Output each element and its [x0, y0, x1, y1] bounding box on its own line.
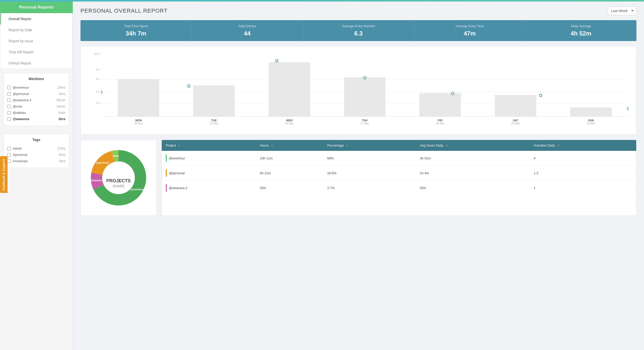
- y-label-8h: 8 h: [96, 68, 100, 71]
- mention-name-0: @everhour: [13, 86, 55, 89]
- bars-and-line: [101, 54, 629, 117]
- tag-time-2: 5hrs: [59, 159, 65, 163]
- day-date-5: 29 Mar: [478, 122, 553, 125]
- mention-checkbox-3[interactable]: [7, 105, 11, 108]
- mention-row-1: @personal 6hrs: [7, 91, 65, 97]
- project-name-0: @everhour: [169, 156, 185, 160]
- bar-column-3: [327, 54, 403, 117]
- tag-name-2: #mockups: [13, 159, 57, 163]
- day-name-5: SAT: [478, 119, 553, 122]
- sidebar-item-overall-report[interactable]: Overall Report: [0, 13, 72, 24]
- sidebar-section-header: Personal Reports: [0, 2, 73, 13]
- donut-title-svg: PROJECTS: [106, 178, 131, 183]
- mention-time-2: 55min: [57, 98, 65, 102]
- stat-value-4: 4h 52m: [528, 30, 634, 37]
- mention-row-0: @everhour 23hrs: [7, 84, 65, 91]
- donut-chart-svg: @everhour@weavora@personalother PROJECTS…: [86, 145, 151, 211]
- tag-checkbox-0[interactable]: [7, 147, 11, 150]
- mention-checkbox-4[interactable]: [7, 111, 11, 115]
- sidebar-item-github-report[interactable]: GitHub Report: [0, 58, 72, 69]
- table-row-1: @personal 6h 21m 18.6% 1h 4m 1.3: [162, 166, 636, 181]
- tag-time-0: 27hrs: [57, 147, 65, 150]
- td-act-2: 1: [530, 181, 636, 195]
- sort-icon-pct: ⇕: [346, 144, 348, 147]
- period-selector[interactable]: Last Week This Week This Month Last Mont…: [608, 7, 636, 15]
- y-label-6h: 6 h: [96, 78, 100, 81]
- table-body: @everhour 23h 11m 68% 3h 52m 4 @personal…: [162, 151, 636, 195]
- stat-item-0: Total Time Spent34h 7m: [80, 20, 192, 41]
- stat-label-4: Daily Average: [528, 24, 634, 28]
- td-avg-0: 3h 52m: [416, 151, 530, 166]
- mention-checkbox-1[interactable]: [7, 92, 11, 96]
- x-axis: MON24 MarTUE25 MarWED26 MarTHU27 MarFRI2…: [101, 117, 629, 129]
- day-date-1: 25 Mar: [176, 122, 252, 125]
- tag-checkbox-1[interactable]: [7, 153, 11, 157]
- project-cell-0: @everhour: [166, 154, 252, 162]
- sidebar-nav: Overall Report Report by Date Report by …: [0, 13, 73, 69]
- feedback-button[interactable]: Feedback & Support: [0, 156, 8, 194]
- mention-time-4: 5min: [58, 111, 65, 115]
- mention-time-3: 34min: [57, 104, 65, 108]
- tags-list: #work 27hrs #personal 6hrs #mockups 5hrs: [7, 145, 65, 164]
- mention-checkbox-0[interactable]: [7, 86, 11, 89]
- donut-label-0: @everhour: [131, 188, 144, 191]
- donut-label-1: @weavora: [90, 179, 103, 182]
- th-percentage[interactable]: Percentage ⇕: [323, 140, 416, 151]
- stat-item-1: Total Entries44: [192, 20, 303, 41]
- x-label-2: WED26 Mar: [252, 119, 327, 125]
- day-date-6: 30 Mar: [553, 122, 629, 125]
- x-label-3: THU27 Mar: [327, 119, 403, 125]
- x-label-6: SUN30 Mar: [553, 119, 629, 125]
- tags-box: Tags #work 27hrs #personal 6hrs #mockups…: [4, 134, 69, 168]
- stat-label-0: Total Time Spent: [83, 24, 189, 28]
- mention-name-3: @cola: [13, 104, 55, 108]
- y-axis: 10 h 8 h 6 h 4 h 2 h: [88, 54, 101, 117]
- project-dot-0: [166, 154, 167, 162]
- sidebar-item-report-by-date[interactable]: Report by Date: [0, 24, 72, 36]
- project-dot-2: [166, 184, 167, 192]
- stats-bar: Total Time Spent34h 7mTotal Entries44Ave…: [80, 20, 636, 41]
- mention-time-0: 23hrs: [57, 86, 65, 89]
- table-header-row: Project ⇕ Hours ⇕ Percentage ⇕ Avg Hours…: [162, 140, 636, 151]
- project-cell-2: @weavora-2: [166, 184, 252, 192]
- day-name-2: WED: [252, 119, 327, 122]
- main-content: PERSONAL OVERALL REPORT Last Week This W…: [73, 2, 644, 350]
- x-label-4: FRI28 Mar: [403, 119, 478, 125]
- stat-label-3: Average Entry Time: [417, 24, 523, 28]
- td-project-1: @personal: [162, 166, 256, 181]
- td-project-2: @weavora-2: [162, 181, 256, 195]
- sort-icon-avg: ⇕: [446, 144, 448, 147]
- sort-icon-hours: ⇕: [271, 144, 273, 147]
- stat-item-4: Daily Average4h 52m: [526, 20, 636, 41]
- mentions-box: Mentions @everhour 23hrs @personal 6hrs …: [4, 73, 69, 126]
- bar-column-2: [252, 54, 327, 117]
- th-activities[interactable]: Activities Daily ⇕: [530, 140, 636, 151]
- bar-1: [193, 85, 235, 117]
- bottom-section: @everhour@weavora@personalother PROJECTS…: [80, 140, 636, 216]
- td-pct-0: 68%: [323, 151, 416, 166]
- th-avg-hours[interactable]: Avg Hours Daily ⇕: [416, 140, 530, 151]
- bar-3: [344, 77, 386, 117]
- th-project[interactable]: Project ⇕: [162, 140, 256, 151]
- feedback-label[interactable]: Feedback & Support: [0, 156, 8, 193]
- sidebar-item-report-by-issue[interactable]: Report by Issue: [0, 36, 72, 47]
- tag-time-1: 6hrs: [59, 153, 65, 157]
- project-name-1: @personal: [169, 171, 185, 175]
- day-name-3: THU: [327, 119, 403, 122]
- table-area: Project ⇕ Hours ⇕ Percentage ⇕ Avg Hours…: [162, 140, 636, 216]
- mention-time-1: 6hrs: [59, 92, 65, 96]
- y-label-4h: 4 h: [96, 90, 100, 93]
- page-title: PERSONAL OVERALL REPORT: [80, 8, 168, 14]
- donut-label-3: other: [113, 155, 119, 157]
- th-hours[interactable]: Hours ⇕: [256, 140, 323, 151]
- stat-label-1: Total Entries: [194, 24, 300, 28]
- x-label-5: SAT29 Mar: [478, 119, 553, 125]
- chart-area: 10 h 8 h 6 h 4 h 2 h: [80, 46, 636, 135]
- mention-checkbox-2[interactable]: [7, 98, 11, 102]
- mention-checkbox-5[interactable]: [7, 117, 11, 121]
- data-table: Project ⇕ Hours ⇕ Percentage ⇕ Avg Hours…: [162, 140, 636, 195]
- day-name-4: FRI: [403, 119, 478, 122]
- tag-checkbox-2[interactable]: [7, 159, 11, 163]
- sidebar-item-time-off-report[interactable]: Time Off Report: [0, 47, 72, 58]
- sort-icon-project: ⇕: [178, 144, 180, 147]
